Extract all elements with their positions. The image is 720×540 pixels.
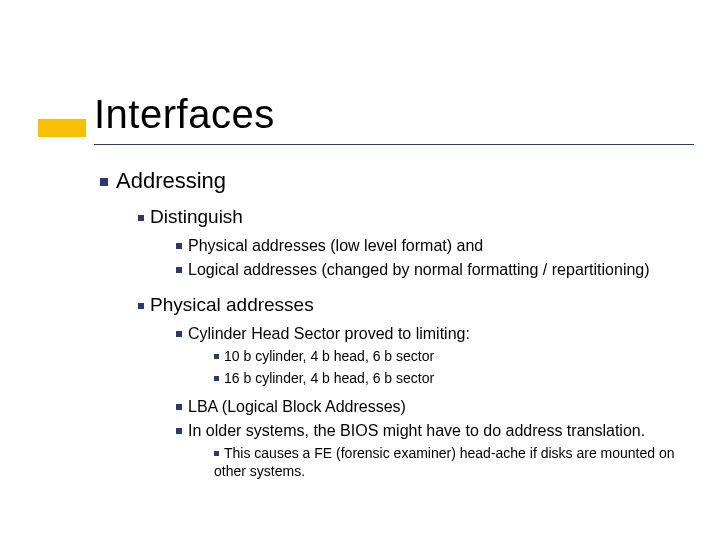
square-bullet-icon — [176, 243, 182, 249]
square-bullet-icon — [176, 404, 182, 410]
square-bullet-icon — [176, 428, 182, 434]
bullet-level4: 10 b cylinder, 4 b head, 6 b sector — [214, 348, 690, 366]
square-bullet-icon — [214, 376, 219, 381]
bullet-level3: In older systems, the BIOS might have to… — [176, 421, 690, 441]
level2-text: Physical addresses — [150, 294, 314, 315]
bullet-level3: Logical addresses (changed by normal for… — [176, 260, 690, 280]
slide-body: Addressing Distinguish Physical addresse… — [100, 168, 690, 484]
level3-text: LBA (Logical Block Addresses) — [188, 398, 406, 415]
level3-text: Logical addresses (changed by normal for… — [188, 261, 650, 278]
square-bullet-icon — [100, 178, 108, 186]
level4-text: This causes a FE (forensic examiner) hea… — [214, 445, 675, 479]
bullet-level3: Cylinder Head Sector proved to limiting: — [176, 324, 690, 344]
level4-text: 10 b cylinder, 4 b head, 6 b sector — [224, 348, 434, 364]
bullet-level2: Distinguish — [138, 206, 690, 228]
bullet-level2: Physical addresses — [138, 294, 690, 316]
level3-text: Cylinder Head Sector proved to limiting: — [188, 325, 470, 342]
level2-text: Distinguish — [150, 206, 243, 227]
square-bullet-icon — [138, 215, 144, 221]
level3-text: In older systems, the BIOS might have to… — [188, 422, 645, 439]
square-bullet-icon — [214, 354, 219, 359]
square-bullet-icon — [176, 267, 182, 273]
slide-title-block: Interfaces — [38, 92, 275, 137]
bullet-level4: This causes a FE (forensic examiner) hea… — [214, 445, 690, 480]
square-bullet-icon — [214, 451, 219, 456]
level1-text: Addressing — [116, 168, 226, 193]
slide-title: Interfaces — [38, 92, 275, 137]
level3-text: Physical addresses (low level format) an… — [188, 237, 483, 254]
level4-text: 16 b cylinder, 4 b head, 6 b sector — [224, 370, 434, 386]
square-bullet-icon — [176, 331, 182, 337]
bullet-level4: 16 b cylinder, 4 b head, 6 b sector — [214, 370, 690, 388]
bullet-level1: Addressing — [100, 168, 690, 194]
bullet-level3: Physical addresses (low level format) an… — [176, 236, 690, 256]
title-underline — [94, 144, 694, 145]
bullet-level3: LBA (Logical Block Addresses) — [176, 397, 690, 417]
square-bullet-icon — [138, 303, 144, 309]
